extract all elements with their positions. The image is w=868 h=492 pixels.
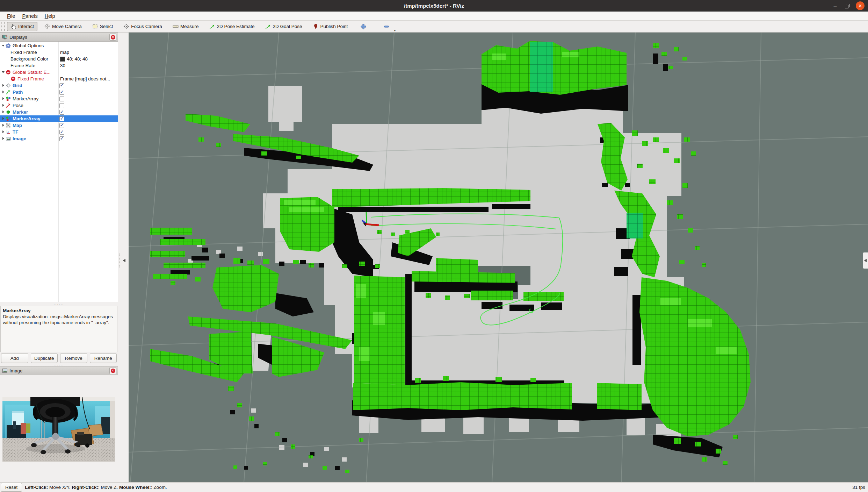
select-box-icon [92, 23, 98, 29]
expander-arrow-icon[interactable] [1, 136, 6, 141]
row-checkbox[interactable] [59, 83, 64, 88]
add-display-button[interactable]: Add [1, 353, 28, 363]
tool-move-camera[interactable]: Move Camera [41, 22, 85, 31]
row-checkbox[interactable] [59, 110, 64, 115]
marker-icon [6, 109, 11, 115]
add-tool-button[interactable] [355, 22, 372, 31]
tool-2d-goal-pose[interactable]: 2D Goal Pose [261, 22, 305, 31]
minimize-icon[interactable]: – [832, 4, 838, 8]
display-row-frame-rate[interactable]: Frame Rate30 [0, 62, 118, 69]
collapse-left-icon [864, 259, 867, 262]
displays-monitor-icon [2, 34, 8, 40]
expander-arrow-icon[interactable] [1, 70, 6, 74]
row-label: Pose [13, 103, 23, 108]
display-row-path[interactable]: Path [0, 89, 118, 95]
remove-display-button[interactable]: Remove [60, 353, 87, 363]
collapse-panel-handle[interactable] [120, 252, 127, 269]
display-row-pose[interactable]: Pose [0, 102, 118, 109]
menu-help[interactable]: Help [41, 13, 59, 20]
rviz-window: /tmp/tmpclx5dcrt* - RViz – ✕ File Panels… [0, 0, 868, 492]
window-title: /tmp/tmpclx5dcrt* - RViz [0, 3, 868, 9]
goal-pose-arrow-icon [265, 23, 271, 29]
image-panel-header[interactable]: Image ✕ [0, 366, 118, 375]
row-label: Background Color [10, 56, 48, 62]
focus-camera-icon [123, 23, 129, 29]
display-row-global-status-e-[interactable]: Global Status: E... [0, 69, 118, 76]
display-row-fixed-frame[interactable]: Fixed Framemap [0, 49, 118, 56]
row-value[interactable]: Frame [map] does not... [60, 76, 110, 81]
dropdown-caret-icon: ▾ [394, 29, 396, 32]
menu-panels[interactable]: Panels [19, 13, 41, 20]
row-checkbox[interactable] [59, 97, 64, 101]
maximize-icon[interactable] [845, 4, 849, 8]
expander-spacer [6, 63, 10, 68]
display-row-markerarray[interactable]: MarkerArray [0, 115, 118, 122]
displays-panel-close-button[interactable]: ✕ [109, 34, 116, 41]
image-icon [6, 136, 11, 141]
displays-tree: Global OptionsFixed FramemapBackground C… [0, 42, 118, 302]
display-row-markerarray[interactable]: MarkerArray [0, 95, 118, 102]
description-title: MarkerArray [3, 308, 115, 314]
3d-viewport[interactable] [129, 33, 868, 482]
markerarray-icon [6, 96, 11, 101]
expander-arrow-icon[interactable] [1, 123, 6, 128]
duplicate-display-button[interactable]: Duplicate [31, 353, 58, 363]
reset-button[interactable]: Reset [1, 483, 22, 492]
image-panel-icon [2, 368, 8, 373]
row-checkbox[interactable] [59, 123, 64, 128]
expander-arrow-icon[interactable] [1, 43, 6, 48]
path-icon [6, 90, 11, 95]
tf-icon [6, 129, 11, 135]
display-row-image[interactable]: Image [0, 135, 118, 142]
tool-focus-camera[interactable]: Focus Camera [120, 22, 166, 31]
map-icon [6, 123, 11, 128]
display-row-tf[interactable]: TF [0, 129, 118, 135]
grid-icon [6, 83, 11, 88]
row-checkbox[interactable] [59, 103, 64, 108]
remove-tool-button[interactable]: ▾ [378, 22, 395, 31]
toolbar-drag-handle-icon[interactable] [1, 22, 5, 31]
row-value[interactable]: map [60, 50, 69, 55]
row-value[interactable]: 48; 48; 48 [60, 56, 88, 62]
expander-arrow-icon[interactable] [1, 130, 6, 134]
tool-publish-point[interactable]: Publish Point [309, 22, 352, 31]
panel-close-icon: ✕ [111, 369, 115, 373]
display-row-grid[interactable]: Grid [0, 82, 118, 89]
close-icon[interactable]: ✕ [856, 1, 865, 10]
display-row-background-color[interactable]: Background Color48; 48; 48 [0, 56, 118, 62]
titlebar: /tmp/tmpclx5dcrt* - RViz – ✕ [0, 0, 868, 12]
menu-file[interactable]: File [3, 13, 19, 20]
expander-arrow-icon[interactable] [1, 83, 6, 88]
display-row-marker[interactable]: Marker [0, 109, 118, 115]
display-row-map[interactable]: Map [0, 122, 118, 129]
expander-arrow-icon[interactable] [1, 90, 6, 94]
displays-panel-title: Displays [9, 35, 109, 40]
tool-measure[interactable]: Measure [169, 22, 202, 31]
row-checkbox[interactable] [59, 136, 64, 141]
expander-arrow-icon[interactable] [1, 110, 6, 114]
right-panel-handle[interactable] [863, 252, 868, 269]
expander-arrow-icon[interactable] [1, 97, 6, 101]
row-checkbox[interactable] [59, 130, 64, 135]
tool-select[interactable]: Select [89, 22, 117, 31]
row-checkbox[interactable] [59, 90, 64, 95]
image-panel-close-button[interactable]: ✕ [109, 367, 116, 374]
collapse-left-icon [123, 259, 125, 262]
row-label: Image [13, 136, 26, 141]
expander-arrow-icon[interactable] [1, 116, 6, 121]
display-row-fixed-frame[interactable]: Fixed FrameFrame [map] does not... [0, 76, 118, 82]
image-panel-title: Image [9, 368, 109, 373]
display-row-global-options[interactable]: Global Options [0, 42, 118, 49]
displays-panel-header[interactable]: Displays ✕ [0, 33, 118, 42]
row-label: Global Options [13, 43, 44, 48]
toolbar: Interact Move Camera Select Focus Camera… [0, 21, 868, 33]
tool-2d-pose-estimate[interactable]: 2D Pose Estimate [205, 22, 258, 31]
expander-arrow-icon[interactable] [1, 103, 6, 108]
row-checkbox[interactable] [59, 116, 64, 121]
panel-viewport-splitter[interactable] [118, 33, 129, 482]
row-value[interactable]: 30 [60, 63, 65, 68]
row-label: Global Status: E... [13, 70, 51, 75]
rename-display-button[interactable]: Rename [90, 353, 117, 363]
panel-splitter-handle[interactable] [0, 302, 118, 306]
tool-interact[interactable]: Interact [7, 22, 37, 31]
